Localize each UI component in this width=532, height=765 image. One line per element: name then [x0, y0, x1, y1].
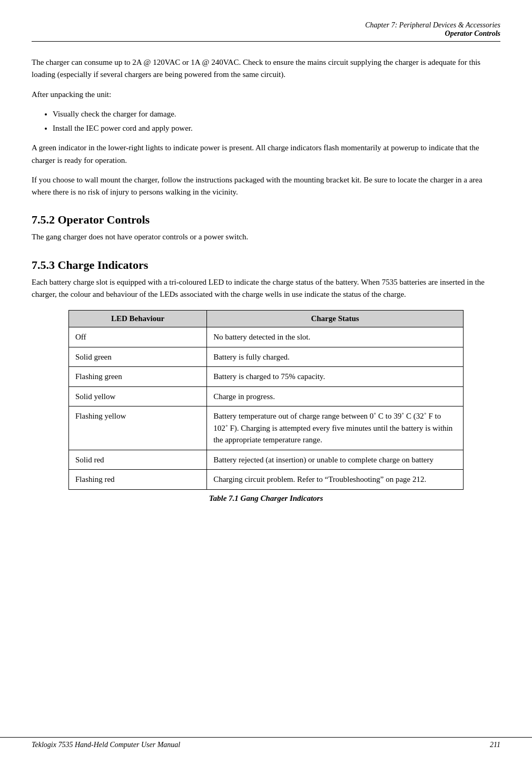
table-row: Solid yellowCharge in progress.	[69, 386, 464, 406]
charge-status-cell: Battery rejected (at insertion) or unabl…	[207, 450, 464, 470]
section-753-title: 7.5.3 Charge Indicators	[32, 258, 500, 272]
table-row: Flashing yellowBattery temperature out o…	[69, 406, 464, 450]
charge-status-cell: Battery temperature out of charge range …	[207, 406, 464, 450]
paragraph-4: If you choose to wall mount the charger,…	[32, 174, 500, 199]
led-behaviour-cell: Solid red	[69, 450, 207, 470]
bullet-item-2: Install the IEC power cord and apply pow…	[53, 122, 500, 134]
section-753-body: Each battery charge slot is equipped wit…	[32, 276, 500, 301]
col-status-header: Charge Status	[207, 311, 464, 327]
header-section: Operator Controls	[32, 30, 500, 38]
indicators-table: LED Behaviour Charge Status OffNo batter…	[68, 310, 464, 490]
table-row: Solid redBattery rejected (at insertion)…	[69, 450, 464, 470]
led-behaviour-cell: Flashing yellow	[69, 406, 207, 450]
page-header: Chapter 7: Peripheral Devices & Accessor…	[32, 21, 500, 42]
charge-status-cell: Charge in progress.	[207, 386, 464, 406]
bullet-list: Visually check the charger for damage. I…	[53, 108, 500, 135]
table-row: OffNo battery detected in the slot.	[69, 327, 464, 347]
paragraph-1: The charger can consume up to 2A @ 120VA…	[32, 56, 500, 81]
header-chapter: Chapter 7: Peripheral Devices & Accessor…	[32, 21, 500, 30]
footer-right: 211	[490, 741, 500, 749]
table-row: Flashing redCharging circuit problem. Re…	[69, 470, 464, 490]
led-behaviour-cell: Solid green	[69, 347, 207, 367]
charge-status-cell: Charging circuit problem. Refer to “Trou…	[207, 470, 464, 490]
paragraph-3: A green indicator in the lower-right lig…	[32, 142, 500, 167]
led-behaviour-cell: Flashing green	[69, 367, 207, 387]
charge-status-cell: No battery detected in the slot.	[207, 327, 464, 347]
paragraph-2: After unpacking the unit:	[32, 89, 500, 101]
table-row: Solid greenBattery is fully charged.	[69, 347, 464, 367]
footer-left: Teklogix 7535 Hand-Held Computer User Ma…	[32, 741, 180, 749]
led-behaviour-cell: Solid yellow	[69, 386, 207, 406]
section-752-title: 7.5.2 Operator Controls	[32, 213, 500, 227]
table-row: Flashing greenBattery is charged to 75% …	[69, 367, 464, 387]
col-led-header: LED Behaviour	[69, 311, 207, 327]
bullet-item-1: Visually check the charger for damage.	[53, 108, 500, 120]
charge-status-cell: Battery is charged to 75% capacity.	[207, 367, 464, 387]
charge-status-cell: Battery is fully charged.	[207, 347, 464, 367]
indicators-table-wrapper: LED Behaviour Charge Status OffNo batter…	[68, 310, 464, 503]
led-behaviour-cell: Flashing red	[69, 470, 207, 490]
table-caption: Table 7.1 Gang Charger Indicators	[68, 494, 464, 503]
section-752-body: The gang charger does not have operator …	[32, 231, 500, 243]
page-footer: Teklogix 7535 Hand-Held Computer User Ma…	[0, 737, 532, 749]
led-behaviour-cell: Off	[69, 327, 207, 347]
